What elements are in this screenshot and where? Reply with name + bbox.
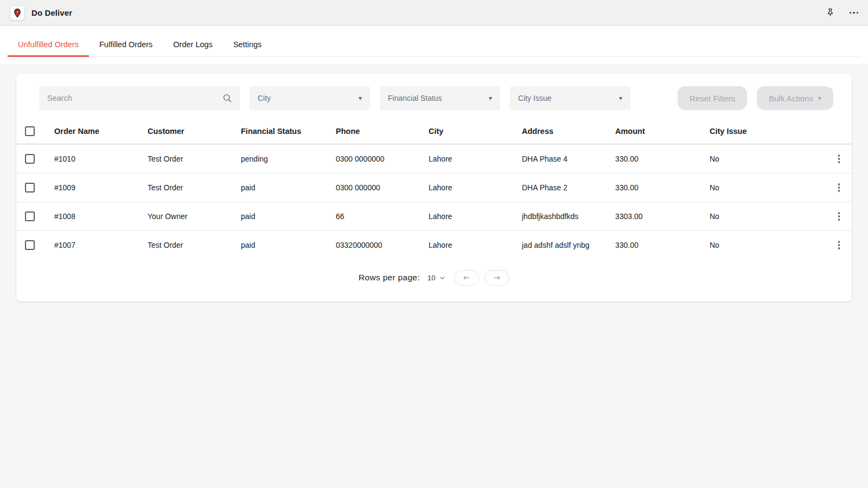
chevron-down-icon: ▾ [489,95,492,101]
row-checkbox[interactable] [25,240,35,250]
column-header-amount: Amount [615,127,710,136]
prev-page-button[interactable]: ← [454,270,479,286]
pin-icon[interactable] [825,8,835,18]
tab-fulfilled-orders[interactable]: Fulfilled Orders [89,35,163,57]
search-input[interactable] [39,86,240,110]
table-row: #1007 Test Order paid 03320000000 Lahore… [16,230,852,259]
app-logo [10,5,25,21]
tab-order-logs[interactable]: Order Logs [163,35,223,57]
cell-phone: 03320000000 [336,241,429,249]
city-filter-select[interactable]: City ▾ [250,86,370,110]
cell-order-name: #1010 [54,155,148,163]
rows-per-page-value: 10 [427,274,436,282]
app-title: Do Deliver [31,8,72,17]
cell-amount: 330.00 [615,241,710,249]
column-header-address: Address [522,127,615,136]
cell-order-name: #1008 [54,212,148,221]
city-filter-label: City [258,94,271,102]
cell-city: Lahore [429,183,522,192]
table-header-row: Order Name Customer Financial Status Pho… [16,119,852,144]
reset-filters-label: Reset Filters [690,94,735,103]
cell-amount: 3303.00 [615,212,710,221]
column-header-city-issue: City Issue [710,127,819,136]
search-icon [222,93,233,106]
select-all-checkbox[interactable] [25,126,35,136]
main-content: City ▾ Financial Status ▾ City Issue ▾ R… [0,64,868,311]
row-checkbox[interactable] [25,183,35,192]
orders-card: City ▾ Financial Status ▾ City Issue ▾ R… [16,74,852,301]
table-row: #1009 Test Order paid 0300 000000 Lahore… [16,173,852,202]
cell-city-issue: No [710,155,819,163]
cell-financial-status: paid [241,241,336,249]
cell-customer: Test Order [148,183,241,192]
cell-city-issue: No [710,241,819,249]
row-actions-kebab-icon[interactable] [838,155,844,163]
tab-bar: Unfulfilled Orders Fulfilled Orders Orde… [0,26,868,64]
column-header-customer: Customer [148,127,241,136]
cell-address: DHA Phase 2 [522,183,615,192]
cell-city-issue: No [710,212,819,221]
column-header-phone: Phone [336,127,429,136]
table-row: #1008 Your Owner paid 66 Lahore jhdbfjka… [16,202,852,230]
cell-city: Lahore [429,212,522,221]
bulk-actions-button[interactable]: Bulk Actions ▾ [757,86,833,110]
row-actions-kebab-icon[interactable] [838,241,844,249]
rows-per-page-select[interactable]: 10 [427,274,445,282]
city-issue-filter-label: City Issue [518,94,551,102]
row-checkbox[interactable] [25,154,35,164]
cell-order-name: #1007 [54,241,148,249]
next-page-button[interactable]: → [484,270,509,286]
row-checkbox[interactable] [25,211,35,221]
tab-settings[interactable]: Settings [223,35,272,57]
cell-amount: 330.00 [615,183,710,192]
cell-customer: Your Owner [148,212,241,221]
cell-financial-status: pending [241,155,336,163]
cell-address: jhdbfjkashbdfkds [522,212,615,221]
search-box [39,86,240,110]
cell-phone: 66 [336,212,429,221]
cell-address: DHA Phase 4 [522,155,615,163]
column-header-order-name: Order Name [54,127,148,136]
chevron-down-icon: ▾ [619,95,622,101]
chevron-down-icon [439,275,445,281]
row-actions-kebab-icon[interactable] [838,212,844,221]
column-header-financial-status: Financial Status [241,127,336,136]
table-row: #1010 Test Order pending 0300 0000000 La… [16,144,852,173]
cell-customer: Test Order [148,155,241,163]
pagination: Rows per page: 10 ← → [16,269,852,286]
chevron-down-icon: ▾ [818,95,821,101]
city-issue-filter-select[interactable]: City Issue ▾ [510,86,630,110]
cell-city: Lahore [429,155,522,163]
top-bar: Do Deliver [0,0,868,26]
cell-financial-status: paid [241,183,336,192]
financial-status-filter-label: Financial Status [388,94,442,102]
bulk-actions-label: Bulk Actions [769,94,813,103]
cell-city-issue: No [710,183,819,192]
rows-per-page-label: Rows per page: [359,273,420,282]
reset-filters-button[interactable]: Reset Filters [678,86,747,110]
cell-amount: 330.00 [615,155,710,163]
map-pin-logo-icon [12,8,22,18]
cell-order-name: #1009 [54,183,148,192]
chevron-down-icon: ▾ [359,95,362,101]
row-actions-kebab-icon[interactable] [838,183,844,192]
more-options-icon[interactable] [850,12,859,14]
cell-phone: 0300 000000 [336,183,429,192]
column-header-city: City [429,127,522,136]
tab-unfulfilled-orders[interactable]: Unfulfilled Orders [8,35,89,57]
cell-city: Lahore [429,241,522,249]
cell-address: jad adshf adslf ynbg [522,241,615,249]
cell-customer: Test Order [148,241,241,249]
cell-phone: 0300 0000000 [336,155,429,163]
financial-status-filter-select[interactable]: Financial Status ▾ [380,86,500,110]
cell-financial-status: paid [241,212,336,221]
filter-row: City ▾ Financial Status ▾ City Issue ▾ R… [16,74,852,119]
